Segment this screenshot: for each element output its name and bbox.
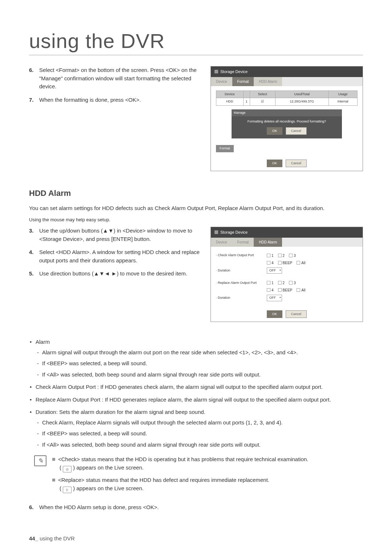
screenshot-storage-hdd-alarm: Storage Device Device Format HDD Alarm ·… bbox=[211, 227, 363, 322]
step-number: 5. bbox=[29, 270, 34, 278]
step-text: Select <Format> on the bottom of the scr… bbox=[39, 67, 197, 89]
step-text: When the formatting is done, press <OK>. bbox=[39, 97, 141, 103]
step-7: 7.When the formatting is done, press <OK… bbox=[29, 96, 202, 104]
step-6: 6.Select <Format> on the bottom of the s… bbox=[29, 66, 202, 91]
checkbox[interactable] bbox=[289, 281, 293, 285]
dialog-cancel-button[interactable]: Cancel bbox=[286, 127, 307, 135]
checkbox[interactable] bbox=[289, 254, 293, 257]
check-4: 4 bbox=[271, 261, 274, 265]
page-footer: 44_ using the DVR bbox=[29, 535, 75, 541]
dialog-title: Manage bbox=[232, 109, 342, 117]
duration-select[interactable]: OFF bbox=[267, 267, 282, 274]
note-replace: <Replace> status means that the HDD has … bbox=[52, 476, 363, 493]
step-number: 7. bbox=[29, 96, 34, 104]
tab-format[interactable]: Format bbox=[232, 77, 254, 86]
cell-select[interactable]: ☑ bbox=[250, 98, 275, 106]
note-sub-text: appears on the Live screen. bbox=[77, 464, 144, 471]
window-icon bbox=[215, 70, 218, 73]
check-beep: BEEP bbox=[283, 261, 293, 265]
dash-item: Check Alarm, Replace Alarm signals will … bbox=[36, 419, 363, 427]
tab-device[interactable]: Device bbox=[211, 77, 232, 86]
check-all: All bbox=[301, 288, 305, 292]
window-icon bbox=[215, 230, 218, 234]
dash-item: Alarm signal will output through the ala… bbox=[36, 348, 363, 357]
note-text: <Replace> status means that the HDD has … bbox=[58, 477, 269, 483]
footer-text: using the DVR bbox=[40, 535, 75, 541]
manage-dialog: Manage Formatting deletes all recordings… bbox=[232, 109, 342, 139]
check-1: 1 bbox=[271, 281, 274, 285]
square-bullet-icon bbox=[52, 479, 55, 482]
checkbox[interactable] bbox=[297, 261, 300, 265]
window-title: Storage Device bbox=[220, 229, 248, 235]
cell-index: 1 bbox=[243, 98, 250, 106]
table-row: HDD 1 ☑ 12.28G/499.37G Internal bbox=[216, 98, 358, 106]
checkbox[interactable] bbox=[278, 288, 282, 292]
step-number: 4. bbox=[29, 248, 34, 257]
cell-used-total: 12.28G/499.37G bbox=[275, 98, 328, 106]
bullet-check-port: Check Alarm Output Port : If HDD generat… bbox=[29, 383, 363, 391]
dash-item: If <All> was selected, both beep sound a… bbox=[36, 441, 363, 449]
dash-item: If <BEEP> was selected, a beep will soun… bbox=[36, 430, 363, 438]
window-title: Storage Device bbox=[220, 69, 248, 75]
th-used-total: Used/Total bbox=[275, 90, 328, 98]
row-label: · Replace Alarm Output Port bbox=[216, 281, 267, 286]
note-text: <Check> status means that the HDD is ope… bbox=[58, 456, 309, 462]
device-table: Device Select Used/Total Usage HDD 1 ☑ 1… bbox=[216, 90, 358, 106]
dialog-ok-button[interactable]: OK bbox=[267, 127, 282, 135]
step-number: 6. bbox=[29, 66, 34, 74]
checkbox[interactable] bbox=[297, 288, 300, 292]
tab-hdd-alarm[interactable]: HDD Alarm bbox=[254, 77, 282, 86]
checkbox[interactable] bbox=[267, 254, 270, 257]
check-all: All bbox=[301, 261, 305, 265]
checkbox[interactable] bbox=[278, 281, 282, 285]
check-2: 2 bbox=[283, 281, 285, 285]
check-4: 4 bbox=[271, 288, 274, 292]
checkbox[interactable] bbox=[267, 281, 270, 285]
square-bullet-icon bbox=[52, 458, 55, 461]
page-title: using the DVR bbox=[29, 29, 363, 55]
checkbox[interactable] bbox=[278, 261, 282, 265]
hdd-replace-icon: ⎘ bbox=[63, 487, 72, 493]
th-device: Device bbox=[216, 90, 244, 98]
format-button[interactable]: Format bbox=[216, 145, 234, 152]
step-text: Use the up/down buttons (▲▼) in <Device>… bbox=[39, 227, 192, 242]
section-intro: You can set alarm settings for HDD defec… bbox=[29, 204, 363, 213]
step-text: When the HDD Alarm setup is done, press … bbox=[39, 504, 159, 510]
check-3: 3 bbox=[294, 281, 296, 285]
duration-row: · Duration OFF bbox=[216, 267, 358, 274]
step-text: Use direction buttons (▲▼◄ ►) to move to… bbox=[39, 270, 187, 277]
duration-row: · Duration OFF bbox=[216, 295, 358, 301]
cancel-button[interactable]: Cancel bbox=[286, 160, 307, 168]
check-2: 2 bbox=[283, 254, 285, 258]
row-label: · Duration bbox=[216, 295, 267, 301]
row-label: · Duration bbox=[216, 268, 267, 273]
dash-item: If <BEEP> was selected, a beep will soun… bbox=[36, 359, 363, 368]
checkbox[interactable] bbox=[278, 254, 282, 257]
ok-button[interactable]: OK bbox=[267, 160, 282, 168]
step-5: 5.Use direction buttons (▲▼◄ ►) to move … bbox=[29, 270, 202, 278]
bullet-replace-port: Replace Alarm Output Port : If HDD gener… bbox=[29, 396, 363, 404]
tab-hdd-alarm[interactable]: HDD Alarm bbox=[254, 238, 282, 247]
step-4: 4.Select <HDD Alarm>. A window for setti… bbox=[29, 248, 202, 265]
step-number: 6. bbox=[29, 503, 34, 512]
checkbox[interactable] bbox=[267, 288, 270, 292]
check-3: 3 bbox=[294, 254, 296, 258]
row-label: · Check Alarm Output Port bbox=[216, 253, 267, 258]
page-number: 44_ bbox=[29, 535, 38, 541]
tab-format[interactable]: Format bbox=[232, 238, 254, 247]
duration-select[interactable]: OFF bbox=[267, 295, 282, 301]
replace-alarm-row: · Replace Alarm Output Port 1 2 3 bbox=[216, 280, 358, 286]
bullet-duration: Duration: Sets the alarm duration for th… bbox=[29, 408, 363, 449]
screenshot-storage-format: Storage Device Device Format HDD Alarm D… bbox=[211, 66, 363, 171]
checkbox[interactable] bbox=[267, 261, 270, 265]
dialog-message: Formatting deletes all recordings. Proce… bbox=[234, 119, 339, 124]
tab-device[interactable]: Device bbox=[211, 238, 232, 247]
ok-button[interactable]: OK bbox=[267, 310, 282, 318]
section-heading-hdd-alarm: HDD Alarm bbox=[29, 187, 363, 199]
check-alarm-row: · Check Alarm Output Port 1 2 3 bbox=[216, 253, 358, 258]
cell-usage: Internal bbox=[328, 98, 357, 106]
step-number: 3. bbox=[29, 227, 34, 235]
check-1: 1 bbox=[271, 254, 274, 258]
cancel-button[interactable]: Cancel bbox=[286, 310, 307, 318]
bullet-alarm: Alarm Alarm signal will output through t… bbox=[29, 338, 363, 379]
